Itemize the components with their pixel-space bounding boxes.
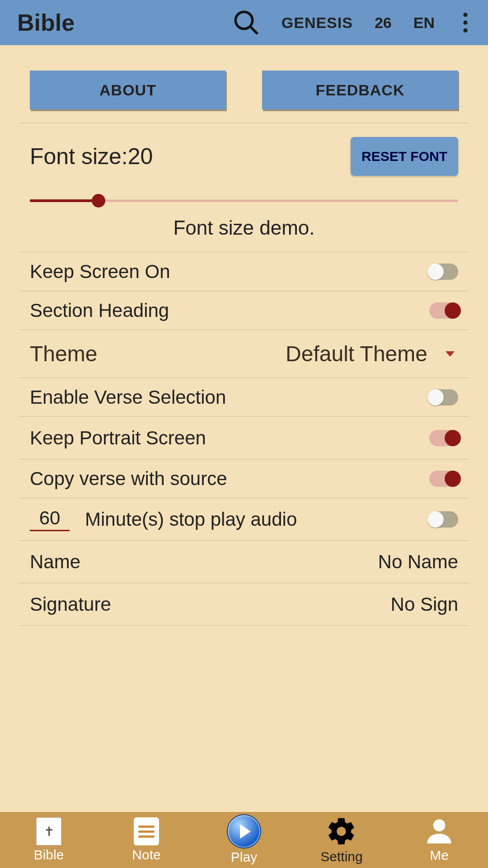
chevron-down-icon xyxy=(446,351,455,357)
person-icon xyxy=(425,817,454,846)
nav-me-label: Me xyxy=(430,848,449,863)
search-icon[interactable] xyxy=(233,9,260,36)
stop-audio-toggle[interactable] xyxy=(429,511,458,528)
font-demo-text: Font size demo. xyxy=(30,217,458,239)
copy-verse-source-toggle[interactable] xyxy=(429,471,458,487)
nav-play[interactable]: Play xyxy=(195,812,293,868)
keep-screen-on-row: Keep Screen On xyxy=(19,252,469,291)
font-size-label: Font size:20 xyxy=(30,143,153,170)
settings-main: ABOUT FEEDBACK Font size:20 RESET FONT F… xyxy=(0,45,488,812)
gear-icon xyxy=(326,816,357,847)
nav-setting[interactable]: Setting xyxy=(293,812,390,868)
keep-screen-on-label: Keep Screen On xyxy=(30,261,170,283)
minutes-label: Minute(s) stop play audio xyxy=(85,509,297,530)
nav-note-label: Note xyxy=(132,847,160,863)
nav-bible-label: Bible xyxy=(34,847,64,863)
enable-verse-selection-label: Enable Verse Selection xyxy=(30,387,226,408)
keep-screen-on-toggle[interactable] xyxy=(429,264,458,280)
minutes-input[interactable] xyxy=(30,507,70,531)
nav-play-label: Play xyxy=(231,849,257,865)
bottom-nav: ✝ Bible Note Play Setting Me xyxy=(0,812,488,868)
theme-select[interactable]: Default Theme xyxy=(286,341,458,366)
section-heading-label: Section Heading xyxy=(30,300,169,321)
keep-portrait-row: Keep Portrait Screen xyxy=(19,417,469,459)
svg-line-1 xyxy=(251,27,258,34)
keep-portrait-label: Keep Portrait Screen xyxy=(30,427,206,449)
signature-label: Signature xyxy=(30,594,111,615)
name-row[interactable]: Name No Name xyxy=(19,541,469,583)
svg-point-2 xyxy=(463,13,467,17)
theme-value: Default Theme xyxy=(286,341,427,366)
stop-audio-row: Minute(s) stop play audio xyxy=(19,498,469,541)
language-selector[interactable]: EN xyxy=(413,14,435,32)
theme-label: Theme xyxy=(30,341,97,366)
nav-bible[interactable]: ✝ Bible xyxy=(0,812,98,868)
more-menu-icon[interactable] xyxy=(456,13,474,33)
play-icon xyxy=(228,815,260,848)
keep-portrait-toggle[interactable] xyxy=(429,430,458,446)
app-title: Bible xyxy=(17,9,75,36)
font-size-slider[interactable] xyxy=(30,194,458,208)
svg-point-4 xyxy=(463,28,467,33)
font-section: Font size:20 RESET FONT Font size demo. xyxy=(19,123,469,252)
svg-point-5 xyxy=(433,819,446,831)
note-icon xyxy=(134,817,159,845)
book-selector[interactable]: GENESIS xyxy=(282,14,353,32)
enable-verse-selection-row: Enable Verse Selection xyxy=(19,378,469,417)
enable-verse-selection-toggle[interactable] xyxy=(429,389,458,406)
copy-verse-source-label: Copy verse with source xyxy=(30,468,227,490)
svg-point-3 xyxy=(463,20,467,24)
nav-setting-label: Setting xyxy=(320,849,362,864)
nav-me[interactable]: Me xyxy=(390,812,488,868)
top-bar: Bible GENESIS 26 EN xyxy=(0,0,488,45)
reset-font-button[interactable]: RESET FONT xyxy=(351,137,458,176)
chapter-selector[interactable]: 26 xyxy=(375,14,392,32)
svg-point-0 xyxy=(235,12,253,29)
name-value: No Name xyxy=(378,551,458,573)
signature-value: No Sign xyxy=(391,594,458,615)
about-feedback-row: ABOUT FEEDBACK xyxy=(19,45,469,123)
section-heading-toggle[interactable] xyxy=(429,302,458,319)
copy-verse-source-row: Copy verse with source xyxy=(19,459,469,498)
signature-row[interactable]: Signature No Sign xyxy=(19,583,469,626)
nav-note[interactable]: Note xyxy=(98,812,195,868)
feedback-button[interactable]: FEEDBACK xyxy=(262,71,458,109)
theme-row: Theme Default Theme xyxy=(19,330,469,378)
bible-icon: ✝ xyxy=(36,817,61,845)
name-label: Name xyxy=(30,551,80,573)
section-heading-row: Section Heading xyxy=(19,291,469,330)
about-button[interactable]: ABOUT xyxy=(30,71,226,109)
